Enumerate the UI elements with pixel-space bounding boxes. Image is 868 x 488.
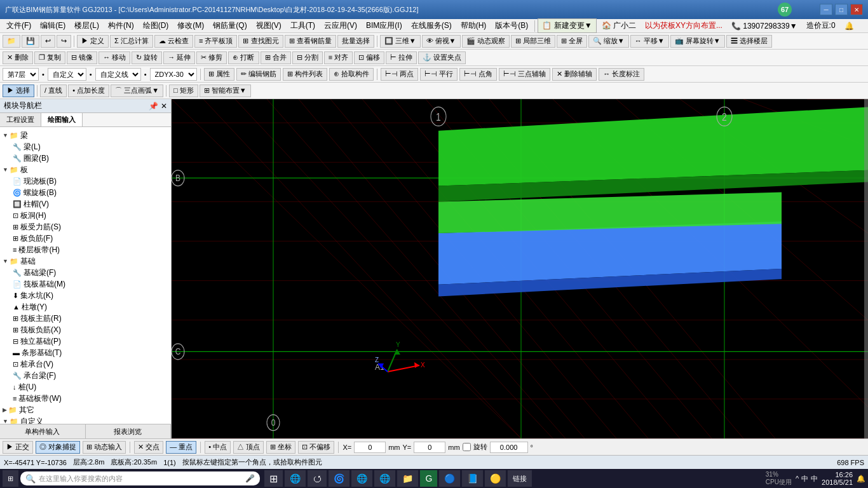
menu-bell[interactable]: 🔔 [841,20,858,32]
tree-item-custom-group[interactable]: ▼ 📁 自定义 [0,416,171,424]
rect-btn[interactable]: □ 矩形 [169,85,198,97]
props-btn[interactable]: ⊞ 属性 [204,68,234,81]
tree-item-found-band[interactable]: ≡ 基础板带(W) [0,393,171,404]
menu-modify[interactable]: 修改(M) [173,19,208,32]
vertex-btn[interactable]: △ 顶点 [233,441,264,454]
menu-file[interactable]: 文件(F) [3,19,35,32]
taskbar-app-folder[interactable]: 📁 [397,470,418,487]
menu-tools[interactable]: 工具(T) [287,19,319,32]
taskbar-app-refresh[interactable]: ⭯ [308,470,327,487]
tree-item-spiral-slab[interactable]: 🌀 螺旋板(B) [0,187,171,198]
report-browse-btn[interactable]: 报表浏览 [86,424,172,438]
tree-item-cast-slab[interactable]: 📄 现浇板(B) [0,175,171,187]
intersection-btn[interactable]: ✕ 交点 [134,441,163,454]
tree-item-pile[interactable]: ↓ 桩(U) [0,381,171,393]
taskbar-link-btn[interactable]: 链接 [508,470,532,487]
style-select[interactable]: ZDYX-30 [150,68,197,81]
menu-draw[interactable]: 绘图(D) [139,19,173,32]
taskbar-app-yellow[interactable]: 🟡 [485,470,506,487]
mirror-btn[interactable]: ⊟ 镜像 [67,51,97,64]
single-component-btn[interactable]: 单构件输入 [0,424,86,438]
screen-rotate-btn[interactable]: 📺 屏幕旋转▼ [670,35,725,48]
fullscreen-btn[interactable]: ⊞ 全屏 [557,35,587,48]
center-pt-btn[interactable]: • 中点 [205,441,231,454]
edit-rebar-btn[interactable]: ✏ 编辑钢筋 [236,68,281,81]
menu-online[interactable]: 在线服务(S) [407,19,456,32]
flat-top-btn[interactable]: ≡ 齐平板顶 [194,35,237,48]
cloud-check-btn[interactable]: ☁ 云检查 [154,35,193,48]
pin-icon[interactable]: 📌 [149,102,158,111]
start-btn[interactable]: ⊞ [3,470,18,487]
two-point-btn[interactable]: ⊢⊣ 两点 [381,68,418,81]
new-file-btn[interactable]: 📁 [3,35,20,48]
parallel-btn[interactable]: ⊢⊣ 平行 [420,68,458,81]
tree-item-other-group[interactable]: ▶ 📁 其它 [0,404,171,416]
rotate-btn[interactable]: ↻ 旋转 [132,51,162,64]
tree-item-pile-cap[interactable]: ⊡ 桩承台(V) [0,358,171,370]
align-btn[interactable]: ≡ 对齐 [324,51,353,64]
tab-draw-input[interactable]: 绘图输入 [41,113,83,126]
tray-arrow[interactable]: ^ [796,475,799,482]
taskbar-app-book[interactable]: 📘 [462,470,483,487]
tree-item-slab-rebar[interactable]: ⊞ 板受力筋(S) [0,221,171,233]
top-view-btn[interactable]: 👁 俯视▼ [422,35,461,48]
tree-item-raft[interactable]: 📄 筏板基础(M) [0,278,171,290]
tree-item-sump[interactable]: ⬇ 集水坑(K) [0,290,171,301]
pan-btn[interactable]: ↔ 平移▼ [630,35,669,48]
tree-item-neg-rebar[interactable]: ⊞ 板负筋(F) [0,233,171,244]
delete-btn[interactable]: ✕ 删除 [3,51,33,64]
notification-icon[interactable]: 🔔 [857,475,865,483]
menu-hint[interactable]: 以为茯板XY方向布置... [641,19,726,32]
menu-help[interactable]: 帮助(H) [457,19,491,32]
floor-select[interactable]: 第7层 [3,68,39,81]
taskbar-search[interactable]: 🔍 在这里输入你要搜索的内容 🎤 [20,471,260,485]
local-3d-btn[interactable]: ⊞ 局部三维 [511,35,555,48]
taskbar-app-wheel[interactable]: 🌀 [329,470,349,487]
taskbar-app-ie1[interactable]: 🌐 [285,470,306,487]
three-point-axis-btn[interactable]: ⊢⊣ 三点辅轴 [499,68,550,81]
menu-version[interactable]: 版本号(B) [491,19,532,32]
taskbar-app-blue-circle[interactable]: 🔵 [439,470,460,487]
length-mark-btn[interactable]: ↔ 长度标注 [599,68,644,81]
menu-floor[interactable]: 楼层(L) [71,19,103,32]
tree-item-ring-beam[interactable]: 🔧 圈梁(B) [0,152,171,164]
tree-item-slab-hole[interactable]: ⊡ 板洞(H) [0,210,171,221]
tree-item-beam[interactable]: 🔧 梁(L) [0,141,171,152]
move-btn[interactable]: ↔ 移动 [98,51,130,64]
close-panel-icon[interactable]: ✕ [161,102,167,111]
line-type-select[interactable]: 自定义线 [95,68,141,81]
tab-project-settings[interactable]: 工程设置 [0,113,41,126]
tree-item-floor-band[interactable]: ≡ 楼层板带(H) [0,244,171,255]
tray-ime[interactable]: 中 [811,474,818,484]
tree-item-beam-group[interactable]: ▼ 📁 梁 [0,130,171,141]
view-rebar-btn[interactable]: ⊞ 查看钢筋量 [285,35,336,48]
redo-btn[interactable]: ↪ [57,35,71,48]
point-length-btn[interactable]: • 点加长度 [68,85,109,97]
tree-item-column-cap[interactable]: 🔲 柱帽(V) [0,198,171,210]
point-angle-btn[interactable]: ⊢⊣ 点角 [459,68,497,81]
menu-component[interactable]: 构件(N) [104,19,138,32]
layer-type-select[interactable]: 自定义 [48,68,86,81]
split-btn[interactable]: ⊟ 分割 [292,51,323,64]
tree-item-foundation-group[interactable]: ▼ 📁 基础 [0,255,171,267]
zoom-btn[interactable]: 🔍 缩放▼ [588,35,629,48]
close-button[interactable]: ✕ [850,4,863,15]
y-coord-input[interactable] [414,442,445,453]
extend-btn[interactable]: → 延伸 [163,51,195,64]
undo-btn[interactable]: ↩ [41,35,55,48]
time-display[interactable]: 16:26 2018/5/21 [822,471,853,486]
tree-item-ind-found[interactable]: ⊟ 独立基础(P) [0,336,171,347]
tree-item-strip-found[interactable]: ▬ 条形基础(T) [0,347,171,358]
tray-keyboard[interactable]: 中 [801,474,808,484]
set-grip-btn[interactable]: ⚓ 设置夹点 [418,51,466,64]
tree-item-col-pier[interactable]: ▲ 柱墩(Y) [0,301,171,313]
save-btn[interactable]: 💾 [22,35,39,48]
pick-component-btn[interactable]: ⊕ 拾取构件 [329,68,374,81]
offset-btn[interactable]: ⊡ 偏移 [354,51,384,64]
object-snap-btn[interactable]: ◎ 对象捕捉 [36,441,80,454]
taskbar-app-ie2[interactable]: 🌐 [351,470,372,487]
dynamic-input-btn[interactable]: ⊞ 动态输入 [83,441,126,454]
viewport[interactable]: 1 2 B C 0 A1 [172,99,868,438]
arc-btn[interactable]: ⌒ 三点画弧▼ [111,85,163,97]
menu-brand[interactable]: 🏠 广小二 [598,19,640,32]
